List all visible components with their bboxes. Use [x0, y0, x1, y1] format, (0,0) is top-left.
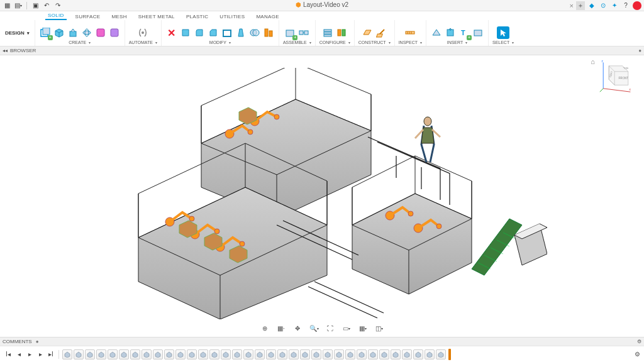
timeline-feature[interactable]: [62, 349, 72, 359]
orbit-icon[interactable]: ⊕: [260, 323, 270, 333]
timeline-feature[interactable]: [266, 349, 276, 359]
timeline-feature[interactable]: [221, 349, 231, 359]
tab-solid[interactable]: SOLID: [45, 12, 67, 20]
tab-utilities[interactable]: UTILITIES: [217, 13, 247, 20]
tab-plastic[interactable]: PLASTIC: [184, 13, 211, 20]
dropdown-caret-icon[interactable]: [387, 40, 391, 45]
timeline-feature[interactable]: [311, 349, 321, 359]
timeline-feature[interactable]: [368, 349, 378, 359]
pan-icon[interactable]: ✥: [292, 323, 303, 333]
viewport-canvas[interactable]: ⌂ FRONT LEFT TOP z x: [0, 55, 644, 337]
timeline-feature[interactable]: [108, 349, 118, 359]
extrude-icon[interactable]: [67, 26, 79, 39]
dropdown-caret-icon[interactable]: [347, 40, 350, 45]
extensions-icon[interactable]: ◆: [587, 1, 596, 10]
user-avatar[interactable]: [633, 1, 641, 10]
timeline-feature[interactable]: [323, 349, 333, 359]
jobs-icon[interactable]: ✦: [610, 1, 619, 10]
timeline-feature[interactable]: [379, 349, 389, 359]
joint-icon[interactable]: [297, 26, 310, 39]
insert-derive-icon[interactable]: [444, 26, 457, 39]
timeline-feature[interactable]: [74, 349, 84, 359]
tab-mesh[interactable]: MESH: [109, 13, 129, 20]
timeline-feature[interactable]: [243, 349, 253, 359]
viewport-layout-icon[interactable]: ◫▾: [374, 323, 384, 333]
change-parameters-icon[interactable]: [335, 26, 348, 39]
automate-icon[interactable]: [136, 26, 149, 39]
tab-manage[interactable]: MANAGE: [253, 13, 281, 20]
timeline-settings-icon[interactable]: ⚙: [635, 351, 640, 358]
timeline-back-icon[interactable]: ◂: [14, 350, 23, 359]
save-icon[interactable]: ▣: [31, 1, 40, 10]
pin-icon[interactable]: ●: [638, 48, 641, 53]
timeline-feature[interactable]: [85, 349, 95, 359]
combine-icon[interactable]: [248, 26, 261, 39]
timeline-feature[interactable]: [436, 349, 446, 359]
comments-panel-header[interactable]: COMMENTS ● ⚙: [0, 337, 644, 346]
emboss-icon[interactable]: [94, 26, 107, 39]
timeline-feature[interactable]: [334, 349, 344, 359]
timeline-end-icon[interactable]: ▸I: [47, 350, 55, 359]
chamfer-icon[interactable]: [207, 26, 219, 39]
help-icon[interactable]: ?: [621, 1, 630, 10]
timeline-feature[interactable]: [96, 349, 106, 359]
insert-decal-icon[interactable]: [472, 26, 484, 39]
select-icon[interactable]: [497, 26, 509, 39]
timeline-feature[interactable]: [402, 349, 412, 359]
timeline-feature[interactable]: [277, 349, 287, 359]
timeline-feature[interactable]: [164, 349, 174, 359]
notifications-icon[interactable]: ⊙: [599, 1, 608, 10]
timeline-scrubber[interactable]: [448, 349, 451, 360]
timeline-feature[interactable]: [345, 349, 355, 359]
new-component-icon[interactable]: +: [284, 26, 296, 39]
revolve-icon[interactable]: [80, 26, 93, 39]
timeline-start-icon[interactable]: I◂: [4, 350, 13, 359]
timeline-feature[interactable]: [142, 349, 152, 359]
tab-sheet-metal[interactable]: SHEET METAL: [136, 13, 177, 20]
timeline-feature[interactable]: [198, 349, 208, 359]
align-icon[interactable]: [262, 26, 275, 39]
dropdown-caret-icon[interactable]: [419, 40, 422, 45]
dropdown-caret-icon[interactable]: [154, 40, 157, 45]
timeline-play-icon[interactable]: ▸: [25, 350, 34, 359]
timeline-feature[interactable]: [232, 349, 242, 359]
zoom-icon[interactable]: 🔍▾: [309, 323, 319, 333]
configure-icon[interactable]: [321, 26, 334, 39]
timeline-feature[interactable]: [255, 349, 265, 359]
delete-icon[interactable]: ✕: [165, 26, 178, 39]
app-menu-icon[interactable]: ▦: [3, 1, 11, 10]
dropdown-caret-icon[interactable]: [228, 40, 231, 45]
file-icon[interactable]: ▤▾: [14, 1, 23, 10]
new-sketch-icon[interactable]: +: [39, 26, 52, 39]
timeline-feature[interactable]: [357, 349, 367, 359]
timeline-feature[interactable]: [391, 349, 401, 359]
fillet-icon[interactable]: [193, 26, 206, 39]
timeline-feature[interactable]: [175, 349, 186, 359]
timeline-feature[interactable]: [300, 349, 310, 359]
redo-icon[interactable]: ↷: [53, 1, 62, 10]
dropdown-caret-icon[interactable]: [464, 40, 467, 45]
timeline-feature[interactable]: [130, 349, 140, 359]
insert-text-icon[interactable]: T+: [458, 26, 470, 39]
fit-icon[interactable]: ⛶: [325, 323, 335, 333]
tab-surface[interactable]: SURFACE: [73, 13, 103, 20]
measure-icon[interactable]: [404, 26, 416, 39]
collapse-left-icon[interactable]: ◂◂: [3, 48, 8, 53]
timeline-feature[interactable]: [153, 349, 163, 359]
dropdown-caret-icon[interactable]: [87, 40, 91, 45]
timeline-feature[interactable]: [425, 349, 435, 359]
look-at-icon[interactable]: ▦·: [276, 323, 286, 333]
new-tab-icon[interactable]: ＋: [576, 1, 585, 10]
browser-panel-header[interactable]: ◂◂ BROWSER ●: [0, 47, 644, 55]
timeline-feature[interactable]: [209, 349, 219, 359]
plane-icon[interactable]: [361, 26, 374, 39]
draft-icon[interactable]: [235, 26, 247, 39]
box-icon[interactable]: [53, 26, 65, 39]
workspace-switcher[interactable]: DESIGN▾: [0, 20, 35, 46]
pin-icon[interactable]: ●: [36, 339, 39, 344]
dropdown-caret-icon[interactable]: [511, 40, 514, 45]
insert-mesh-icon[interactable]: [430, 26, 443, 39]
shell-icon[interactable]: [221, 26, 233, 39]
timeline-forward-icon[interactable]: ▸: [36, 350, 45, 359]
press-pull-icon[interactable]: [179, 26, 192, 39]
